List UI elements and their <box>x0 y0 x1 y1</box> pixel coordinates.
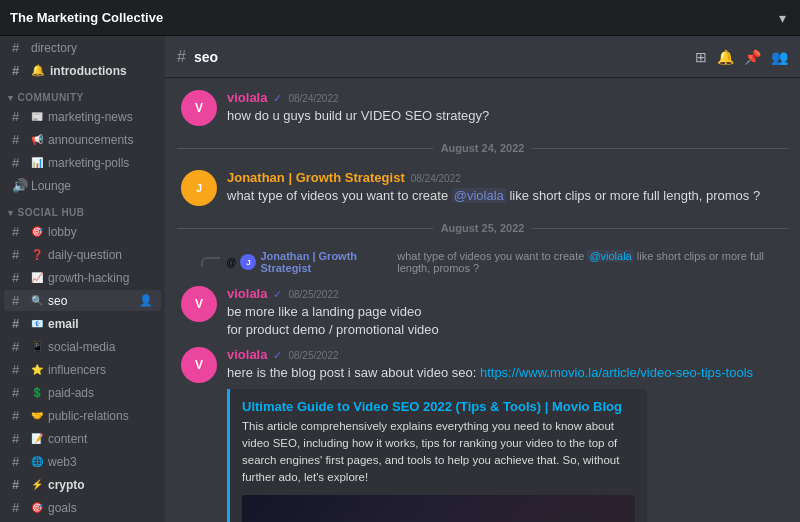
sidebar-item-label: crypto <box>48 478 85 492</box>
laptop-image: Video SEO <box>242 495 635 522</box>
introductions-emoji: 🔔 <box>31 64 45 77</box>
channel-emoji: 🌐 <box>31 456 43 467</box>
channel-emoji: 📢 <box>31 134 43 145</box>
message-header: violala ✓ 08/25/2022 <box>227 286 784 301</box>
message-text: here is the blog post i saw about video … <box>227 364 784 382</box>
hash-icon: # <box>12 339 26 354</box>
channel-emoji: ⚡ <box>31 479 43 490</box>
hash-icon: # <box>12 362 26 377</box>
sidebar-item-label: content <box>48 432 87 446</box>
sidebar-item-growth-hacking[interactable]: # 📈 growth-hacking <box>4 267 161 288</box>
sidebar-item-daily-question[interactable]: # ❓ daily-question <box>4 244 161 265</box>
sidebar-item-label: web3 <box>48 455 77 469</box>
date-divider: August 24, 2022 <box>177 142 788 154</box>
text-after: like short clips or more full length, pr… <box>506 188 760 203</box>
pin-icon[interactable]: 📌 <box>744 49 761 65</box>
message-row: V violala ✓ 08/25/2022 be more like a la… <box>181 286 784 339</box>
message-body: Jonathan | Growth Strategist 08/24/2022 … <box>227 170 784 206</box>
sidebar-item-public-relations[interactable]: # 🤝 public-relations <box>4 405 161 426</box>
hash-icon: # <box>12 500 26 515</box>
sidebar-item-goals[interactable]: # 🎯 goals <box>4 497 161 518</box>
embed-title[interactable]: Ultimate Guide to Video SEO 2022 (Tips &… <box>242 399 635 414</box>
members-icon[interactable]: 👥 <box>771 49 788 65</box>
section-label-text: COMMUNITY <box>18 92 84 103</box>
messages-list: V violala ✓ 08/24/2022 how do u guys bui… <box>165 78 800 522</box>
channel-emoji: ⭐ <box>31 364 43 375</box>
message-author: violala <box>227 286 267 301</box>
sidebar-item-label: public-relations <box>48 409 129 423</box>
message-author: violala <box>227 347 267 362</box>
hashtag-icon[interactable]: ⊞ <box>695 49 707 65</box>
divider-line <box>532 228 788 229</box>
message-header: violala ✓ 08/25/2022 <box>227 347 784 362</box>
sidebar-item-label: paid-ads <box>48 386 94 400</box>
link-embed: Ultimate Guide to Video SEO 2022 (Tips &… <box>227 389 647 522</box>
sidebar-item-directory[interactable]: # directory <box>4 37 161 58</box>
dropdown-icon[interactable]: ▾ <box>775 10 790 26</box>
sidebar-item-label: social-media <box>48 340 115 354</box>
sidebar-item-lobby[interactable]: # 🎯 lobby <box>4 221 161 242</box>
sidebar-item-social-media[interactable]: # 📱 social-media <box>4 336 161 357</box>
server-name[interactable]: The Marketing Collective <box>10 10 767 25</box>
section-arrow: ▾ <box>8 93 14 103</box>
hash-icon: # <box>12 454 26 469</box>
content-area: # seo ⊞ 🔔 📌 👥 V violala ✓ 08/24/2022 <box>165 36 800 522</box>
text-before: here is the blog post i saw about video … <box>227 365 480 380</box>
sidebar-item-announcements[interactable]: # 📢 announcements <box>4 129 161 150</box>
section-social-hub: ▾ SOCIAL HUB <box>0 197 165 220</box>
sidebar-item-marketing-news[interactable]: # 📰 marketing-news <box>4 106 161 127</box>
sidebar-item-marketing-polls[interactable]: # 📊 marketing-polls <box>4 152 161 173</box>
sidebar-item-seo[interactable]: # 🔍 seo 👤 <box>4 290 161 311</box>
hash-icon: # <box>12 270 26 285</box>
sidebar-item-lounge[interactable]: 🔊 Lounge <box>4 175 161 196</box>
sidebar-item-introductions[interactable]: # 🔔 introductions <box>4 60 161 81</box>
image-overlay <box>242 495 635 522</box>
channel-emoji: 📧 <box>31 318 43 329</box>
hash-icon: # <box>12 155 26 170</box>
hash-icon: # <box>12 408 26 423</box>
channel-emoji: 🎯 <box>31 502 43 513</box>
date-divider: August 25, 2022 <box>177 222 788 234</box>
verified-badge: ✓ <box>273 92 282 105</box>
sidebar-item-label: marketing-news <box>48 110 133 124</box>
sidebar-item-label: growth-hacking <box>48 271 129 285</box>
hash-icon: # <box>12 316 26 331</box>
sidebar-item-content[interactable]: # 📝 content <box>4 428 161 449</box>
hash-icon: # <box>12 431 26 446</box>
verified-badge: ✓ <box>273 349 282 362</box>
sidebar-item-influencers[interactable]: # ⭐ influencers <box>4 359 161 380</box>
reply-info: @ J Jonathan | Growth Strategist what ty… <box>226 250 784 274</box>
message-text: what type of videos you want to create @… <box>227 187 784 205</box>
divider-line <box>177 148 433 149</box>
message-header: violala ✓ 08/24/2022 <box>227 90 784 105</box>
channel-hash-icon: # <box>177 48 186 66</box>
avatar: V <box>181 286 217 322</box>
channel-emoji: 📝 <box>31 433 43 444</box>
channel-emoji: 📱 <box>31 341 43 352</box>
sidebar-item-paid-ads[interactable]: # 💲 paid-ads <box>4 382 161 403</box>
sidebar-item-crypto[interactable]: # ⚡ crypto <box>4 474 161 495</box>
sidebar-item-label: influencers <box>48 363 106 377</box>
add-members-icon[interactable]: 👤 <box>139 294 153 307</box>
speaker-icon: 🔊 <box>12 178 26 193</box>
reply-author-name: Jonathan | Growth Strategist <box>260 250 389 274</box>
sidebar-item-email[interactable]: # 📧 email <box>4 313 161 334</box>
reply-line <box>201 257 220 267</box>
channel-header: # seo ⊞ 🔔 📌 👥 <box>165 36 800 78</box>
header-actions: ⊞ 🔔 📌 👥 <box>695 49 788 65</box>
verified-badge: ✓ <box>273 288 282 301</box>
sidebar-item-label: goals <box>48 501 77 515</box>
mention[interactable]: @violala <box>452 188 506 203</box>
reply-preview: what type of videos you want to create @… <box>397 250 784 274</box>
sidebar-item-web3[interactable]: # 🌐 web3 <box>4 451 161 472</box>
message-text: be more like a landing page video <box>227 303 784 321</box>
blog-link[interactable]: https://www.movio.la/article/video-seo-t… <box>480 365 753 380</box>
mention-at-icon: @ <box>226 257 236 268</box>
sidebar: # directory # 🔔 introductions ▾ COMMUNIT… <box>0 36 165 522</box>
message-time: 08/25/2022 <box>288 289 338 300</box>
message-header: Jonathan | Growth Strategist 08/24/2022 <box>227 170 784 185</box>
sidebar-item-label: announcements <box>48 133 133 147</box>
notification-icon[interactable]: 🔔 <box>717 49 734 65</box>
message-item: V violala ✓ 08/24/2022 how do u guys bui… <box>177 88 788 128</box>
embed-description: This article comprehensively explains ev… <box>242 418 635 487</box>
